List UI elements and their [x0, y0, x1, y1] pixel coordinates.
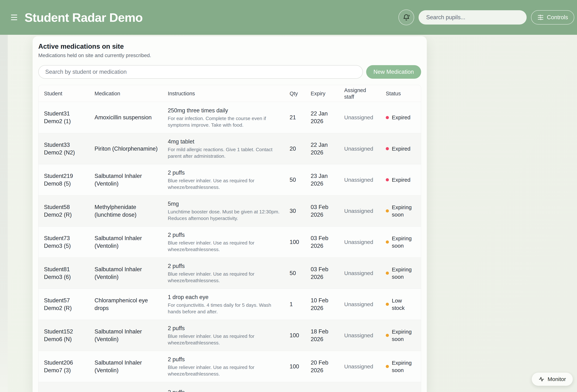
table-row: Student206Demo7 (3)Salbutamol Inhaler (V… [38, 351, 421, 382]
instructions-cell: 2 puffsBlue reliever inhaler. Use as req… [168, 169, 289, 191]
instructions-cell: 5mgLunchtime booster dose. Must be given… [168, 200, 289, 222]
controls-button[interactable]: Controls [531, 10, 574, 25]
medications-table-header: StudentMedicationInstructionsQtyExpiryAs… [38, 85, 421, 102]
medication-cell: Salbutamol Inhaler (Ventolin) [95, 265, 168, 281]
status-cell: Expiring soon [386, 359, 421, 374]
qty-cell: 100 [289, 363, 311, 370]
status-cell: Expired [386, 114, 421, 121]
medication-cell: Amoxicillin suspension [95, 114, 168, 121]
assigned-staff-cell: Unassigned [344, 146, 386, 152]
medication-search-input[interactable] [38, 65, 363, 79]
search-input[interactable] [419, 10, 527, 25]
column-header: Qty [289, 90, 311, 97]
bell-icon [403, 14, 410, 21]
expiry-cell: 18 Feb2026 [311, 328, 344, 343]
card-subtitle: Medications held on site and currently p… [38, 52, 421, 59]
table-row: Student81Demo3 (6)Salbutamol Inhaler (Ve… [38, 258, 421, 289]
table-row: Student31Demo2 (1)Amoxicillin suspension… [38, 102, 421, 133]
hamburger-menu-button[interactable] [11, 13, 19, 22]
qty-cell: 30 [289, 208, 311, 214]
instructions-cell: 2 puffs [168, 389, 289, 392]
app-header: Student Radar Demo [0, 0, 577, 35]
assigned-staff-cell: Unassigned [344, 332, 386, 339]
table-row: 2 puffs [38, 382, 421, 392]
status-dot-icon [386, 116, 389, 119]
medication-cell: Piriton (Chlorphenamine) [95, 145, 168, 153]
status-badge: Expiring soon [392, 235, 415, 249]
medications-table-body: Student31Demo2 (1)Amoxicillin suspension… [38, 102, 421, 392]
instructions-cell: 1 drop each eyeFor conjunctivitis. 4 tim… [168, 294, 289, 315]
column-header: Assigned staff [344, 87, 386, 100]
status-cell: Low stock [386, 297, 421, 312]
status-cell: Expired [386, 176, 421, 184]
assigned-staff-cell: Unassigned [344, 239, 386, 245]
menu-icon [11, 19, 17, 20]
expiry-cell: 23 Jan2026 [311, 172, 344, 188]
status-cell: Expiring soon [386, 235, 421, 249]
status-cell: Expiring soon [386, 266, 421, 281]
monitor-button-label: Monitor [547, 376, 566, 382]
instructions-cell: 2 puffsBlue reliever inhaler. Use as req… [168, 325, 289, 346]
page-left-gutter [0, 35, 8, 392]
qty-cell: 50 [289, 177, 311, 183]
medication-cell: Salbutamol Inhaler (Ventolin) [95, 359, 168, 374]
assigned-staff-cell: Unassigned [344, 363, 386, 370]
assigned-staff-cell: Unassigned [344, 114, 386, 121]
student-cell: Student81Demo3 (6) [44, 265, 95, 281]
status-dot-icon [386, 147, 389, 150]
table-row: Student73Demo3 (5)Salbutamol Inhaler (Ve… [38, 226, 421, 258]
status-dot-icon [386, 272, 389, 275]
status-dot-icon [386, 178, 389, 181]
medication-cell: Salbutamol Inhaler (Ventolin) [95, 328, 168, 343]
controls-button-label: Controls [547, 14, 568, 21]
student-cell: Student219Demo8 (5) [44, 172, 95, 188]
menu-icon [11, 17, 17, 18]
expiry-cell: 03 Feb2026 [311, 265, 344, 281]
status-badge: Expiring soon [392, 266, 415, 281]
column-header: Medication [95, 90, 168, 97]
student-cell: Student33Demo2 (N2) [44, 141, 95, 157]
expiry-cell: 20 Feb2026 [311, 359, 344, 374]
instructions-cell: 2 puffsBlue reliever inhaler. Use as req… [168, 231, 289, 253]
appbar-actions: Controls [398, 9, 574, 25]
page: Student Radar Demo [0, 0, 577, 392]
status-badge: Low stock [392, 297, 415, 312]
expiry-cell: 03 Feb2026 [311, 203, 344, 219]
status-dot-icon [386, 334, 389, 337]
expiry-cell: 22 Jan2026 [311, 141, 344, 157]
status-cell: Expiring soon [386, 328, 421, 343]
status-badge: Expiring soon [392, 328, 415, 343]
status-badge: Expiring soon [392, 204, 415, 218]
status-badge: Expired [392, 176, 410, 184]
column-header: Student [44, 90, 95, 97]
instructions-cell: 4mg tabletFor mild allergic reactions. G… [168, 138, 289, 159]
menu-icon [11, 15, 17, 15]
student-cell: Student57Demo2 (R) [44, 297, 95, 312]
status-dot-icon [386, 365, 389, 368]
qty-cell: 100 [289, 239, 311, 245]
status-cell: Expired [386, 145, 421, 152]
monitor-button[interactable]: Monitor [532, 373, 573, 386]
notifications-button[interactable] [398, 9, 414, 25]
qty-cell: 20 [289, 145, 311, 152]
status-dot-icon [386, 209, 389, 212]
student-cell: Student73Demo3 (5) [44, 234, 95, 250]
expiry-cell: 03 Feb2026 [311, 234, 344, 250]
instructions-cell: 2 puffsBlue reliever inhaler. Use as req… [168, 356, 289, 377]
status-dot-icon [386, 303, 389, 306]
card-search-row: New Medication [38, 65, 421, 79]
assigned-staff-cell: Unassigned [344, 177, 386, 183]
table-row: Student33Demo2 (N2)Piriton (Chlorphenami… [38, 133, 421, 164]
column-header: Status [386, 90, 421, 97]
medication-cell: Methylphenidate (lunchtime dose) [95, 203, 168, 219]
qty-cell: 1 [289, 301, 311, 308]
new-medication-button[interactable]: New Medication [366, 65, 421, 79]
column-header: Expiry [311, 90, 344, 97]
status-dot-icon [386, 240, 389, 244]
card-title: Active medications on site [38, 42, 421, 51]
student-cell: Student31Demo2 (1) [44, 110, 95, 125]
table-row: Student58Demo2 (R)Methylphenidate (lunch… [38, 195, 421, 226]
status-badge: Expired [392, 145, 410, 152]
qty-cell: 50 [289, 270, 311, 277]
column-header: Instructions [168, 90, 289, 97]
